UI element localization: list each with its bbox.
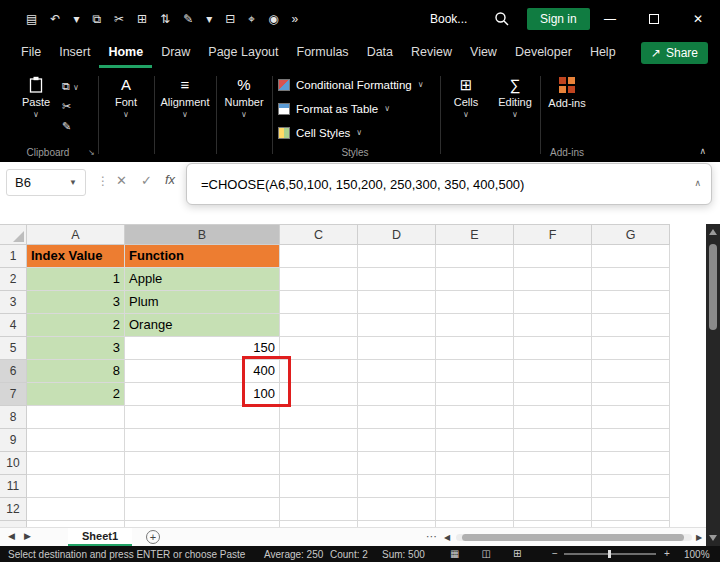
- copy-icon[interactable]: ⧉: [92, 12, 101, 26]
- cells-button[interactable]: ⊞ Cells ∨: [446, 76, 486, 119]
- cell-C9[interactable]: [280, 429, 358, 452]
- format-as-table-button[interactable]: Format as Table∨: [278, 100, 424, 117]
- new-sheet-button[interactable]: +: [146, 530, 160, 544]
- cell-G5[interactable]: [592, 337, 670, 360]
- conditional-formatting-button[interactable]: Conditional Formatting∨: [278, 76, 424, 93]
- menu-tab-developer[interactable]: Developer: [506, 38, 581, 68]
- cell-D2[interactable]: [358, 268, 436, 291]
- cell-F8[interactable]: [514, 406, 592, 429]
- sort-icon[interactable]: ⇅: [160, 12, 170, 26]
- close-button[interactable]: ✕: [676, 0, 720, 38]
- next-sheet-icon[interactable]: ▶: [24, 531, 31, 541]
- cell-C3[interactable]: [280, 291, 358, 314]
- column-header-f[interactable]: F: [514, 224, 592, 245]
- cell-B3[interactable]: Plum: [125, 291, 280, 314]
- cell-E9[interactable]: [436, 429, 514, 452]
- cell-F4[interactable]: [514, 314, 592, 337]
- paste-icon[interactable]: ⊞: [137, 12, 147, 26]
- cell-A6[interactable]: 8: [27, 360, 125, 383]
- cell-C4[interactable]: [280, 314, 358, 337]
- menu-tab-home[interactable]: Home: [99, 38, 152, 68]
- cell-E4[interactable]: [436, 314, 514, 337]
- scroll-down-icon[interactable]: [709, 535, 717, 541]
- row-header-9[interactable]: 9: [0, 429, 27, 452]
- sign-in-button[interactable]: Sign in: [527, 8, 590, 30]
- vertical-scrollbar-thumb[interactable]: [709, 244, 717, 330]
- hscroll-right-icon[interactable]: ▶: [696, 533, 702, 542]
- cell-B10[interactable]: [125, 452, 280, 475]
- cell-D6[interactable]: [358, 360, 436, 383]
- column-header-c[interactable]: C: [280, 224, 358, 245]
- sheet-tab-sheet1[interactable]: Sheet1: [68, 528, 132, 546]
- cut-icon[interactable]: ✂: [114, 12, 124, 26]
- cell-F6[interactable]: [514, 360, 592, 383]
- row-header-6[interactable]: 6: [0, 360, 27, 383]
- cell-A10[interactable]: [27, 452, 125, 475]
- cell-D12[interactable]: [358, 498, 436, 521]
- format-painter-small-button[interactable]: ✎: [62, 120, 79, 133]
- hscroll-left-icon[interactable]: ◀: [444, 533, 450, 542]
- clipboard-dialog-launcher-icon[interactable]: ↘: [88, 148, 95, 157]
- cell-A1[interactable]: Index Value: [27, 245, 125, 268]
- cell-E3[interactable]: [436, 291, 514, 314]
- cell-G1[interactable]: [592, 245, 670, 268]
- cell-D9[interactable]: [358, 429, 436, 452]
- cell-F12[interactable]: [514, 498, 592, 521]
- cell-A3[interactable]: 3: [27, 291, 125, 314]
- cancel-icon[interactable]: ✕: [116, 173, 127, 188]
- cell-B12[interactable]: [125, 498, 280, 521]
- camera-icon[interactable]: ◉: [268, 12, 278, 26]
- add-ins-button[interactable]: Add-ins: [544, 77, 590, 109]
- format-painter-icon[interactable]: ✎: [183, 12, 193, 26]
- paste-button[interactable]: Paste ∨: [14, 76, 58, 119]
- cell-D8[interactable]: [358, 406, 436, 429]
- cell-D5[interactable]: [358, 337, 436, 360]
- share-button[interactable]: ↗ Share: [641, 42, 708, 64]
- column-header-a[interactable]: A: [27, 224, 125, 245]
- cell-C10[interactable]: [280, 452, 358, 475]
- cell-G6[interactable]: [592, 360, 670, 383]
- borders-icon[interactable]: ⊟: [225, 12, 235, 26]
- cell-F7[interactable]: [514, 383, 592, 406]
- menu-tab-draw[interactable]: Draw: [152, 38, 199, 68]
- row-header-12[interactable]: 12: [0, 498, 27, 521]
- cell-E8[interactable]: [436, 406, 514, 429]
- cell-B11[interactable]: [125, 475, 280, 498]
- prev-sheet-icon[interactable]: ◀: [8, 531, 15, 541]
- cell-G8[interactable]: [592, 406, 670, 429]
- cell-E6[interactable]: [436, 360, 514, 383]
- menu-tab-help[interactable]: Help: [581, 38, 625, 68]
- cell-E5[interactable]: [436, 337, 514, 360]
- cell-F3[interactable]: [514, 291, 592, 314]
- row-header-4[interactable]: 4: [0, 314, 27, 337]
- menu-tab-page-layout[interactable]: Page Layout: [199, 38, 287, 68]
- cell-styles-button[interactable]: Cell Styles∨: [278, 124, 424, 141]
- cell-F2[interactable]: [514, 268, 592, 291]
- row-header-2[interactable]: 2: [0, 268, 27, 291]
- cell-C7[interactable]: [280, 383, 358, 406]
- collapse-formula-bar-icon[interactable]: ∧: [694, 178, 701, 188]
- undo-dropdown-caret-icon[interactable]: ▾: [73, 12, 79, 26]
- menu-tab-view[interactable]: View: [461, 38, 506, 68]
- cell-C6[interactable]: [280, 360, 358, 383]
- cell-D3[interactable]: [358, 291, 436, 314]
- menu-tab-review[interactable]: Review: [402, 38, 461, 68]
- cell-E11[interactable]: [436, 475, 514, 498]
- cell-E12[interactable]: [436, 498, 514, 521]
- cell-G11[interactable]: [592, 475, 670, 498]
- cell-C8[interactable]: [280, 406, 358, 429]
- zoom-in-button[interactable]: +: [664, 548, 670, 559]
- cell-A11[interactable]: [27, 475, 125, 498]
- maximize-button[interactable]: [632, 0, 676, 38]
- cell-F11[interactable]: [514, 475, 592, 498]
- cell-D4[interactable]: [358, 314, 436, 337]
- row-header-11[interactable]: 11: [0, 475, 27, 498]
- cell-G2[interactable]: [592, 268, 670, 291]
- zoom-slider[interactable]: [564, 553, 656, 555]
- save-icon[interactable]: ▤: [26, 12, 37, 26]
- cell-A5[interactable]: 3: [27, 337, 125, 360]
- target-icon[interactable]: ⌖: [248, 12, 255, 26]
- cell-A2[interactable]: 1: [27, 268, 125, 291]
- zoom-out-button[interactable]: −: [552, 548, 558, 559]
- minimize-button[interactable]: —: [588, 0, 632, 38]
